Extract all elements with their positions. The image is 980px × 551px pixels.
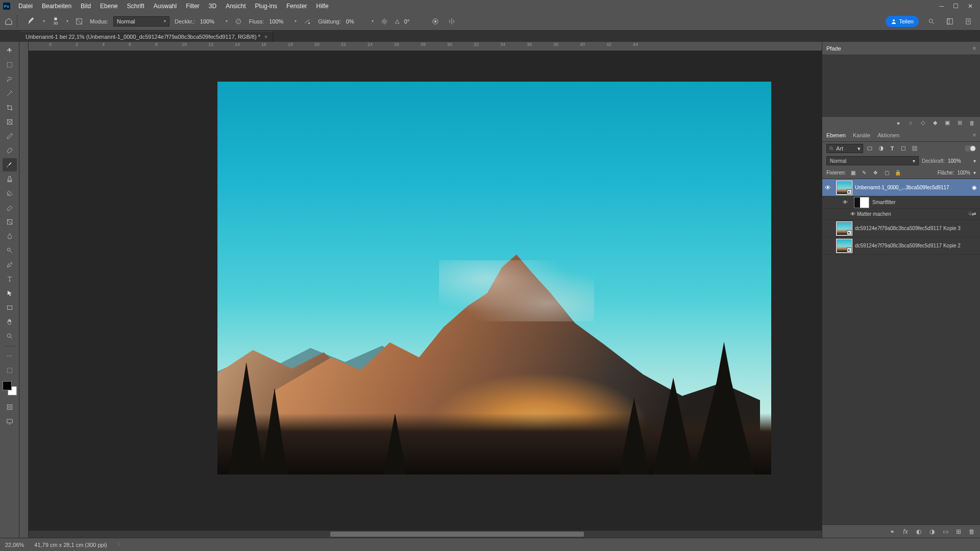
tool-preset-icon[interactable]	[24, 15, 38, 28]
history-brush-tool[interactable]	[3, 187, 17, 200]
tab-layers[interactable]: Ebenen	[826, 132, 846, 138]
smartfilter-item[interactable]: 👁 Matter machen ☟ ⇄	[822, 209, 980, 220]
heal-tool[interactable]	[3, 144, 17, 157]
close-icon[interactable]: ✕	[968, 3, 973, 10]
layer-filter-search[interactable]: Art ▾	[826, 144, 863, 153]
menu-schrift[interactable]: Schrift	[123, 1, 149, 11]
opacity-value[interactable]: 100%	[200, 18, 220, 24]
home-button[interactable]	[4, 15, 17, 28]
share-button[interactable]: Teilen	[886, 16, 919, 27]
move-tool[interactable]	[3, 44, 17, 57]
type-tool[interactable]	[3, 272, 17, 286]
layer-fx-icon[interactable]: fx	[901, 528, 910, 536]
visibility-eye-icon[interactable]: 👁	[849, 211, 857, 217]
rectangle-tool[interactable]	[3, 301, 17, 314]
adjustment-layer-icon[interactable]: ◑	[928, 528, 936, 536]
pressure-size-icon[interactable]	[430, 16, 441, 27]
flow-value[interactable]: 100%	[269, 18, 289, 24]
panel-flyout-icon[interactable]: ≡	[973, 45, 976, 51]
filter-options-icon[interactable]: ⇄	[972, 211, 980, 217]
filter-pixel-icon[interactable]	[865, 144, 874, 153]
lock-transparency-icon[interactable]: ▦	[849, 168, 857, 177]
chevron-down-icon[interactable]: ▾	[295, 19, 297, 23]
marquee-tool[interactable]	[3, 58, 17, 71]
filter-mask-thumbnail[interactable]	[854, 197, 869, 208]
layer-row[interactable]: ▸ dc59124e7f79a08c3bca509fec5d9117 Kopie…	[822, 237, 980, 255]
status-arrow-icon[interactable]: 〉	[117, 541, 122, 548]
edit-toolbar-icon[interactable]	[3, 364, 17, 377]
fill-value[interactable]: 100%	[957, 170, 970, 176]
delete-layer-icon[interactable]: 🗑	[968, 528, 976, 536]
symmetry-icon[interactable]	[446, 16, 457, 27]
angle-value[interactable]: 0°	[404, 18, 425, 24]
layer-thumbnail[interactable]: ▸	[837, 222, 852, 235]
airbrush-icon[interactable]	[302, 16, 313, 27]
stroke-path-icon[interactable]: ○	[906, 119, 915, 127]
search-icon[interactable]	[926, 16, 937, 27]
lock-artboard-icon[interactable]: ▢	[883, 168, 891, 177]
minimize-icon[interactable]: ─	[939, 3, 944, 10]
path-to-selection-icon[interactable]: ◆	[931, 119, 939, 127]
lasso-tool[interactable]	[3, 72, 17, 86]
filter-adjust-icon[interactable]	[876, 144, 886, 153]
eyedropper-tool[interactable]	[3, 130, 17, 143]
menu-hilfe[interactable]: Hilfe	[312, 1, 333, 11]
menu-plugins[interactable]: Plug-ins	[251, 1, 281, 11]
panel-flyout-icon[interactable]: ≡	[973, 132, 976, 138]
wand-tool[interactable]	[3, 87, 17, 100]
tab-actions[interactable]: Aktionen	[877, 132, 899, 138]
layer-thumbnail[interactable]: ▸	[837, 239, 852, 253]
delete-path-icon[interactable]: 🗑	[968, 119, 976, 127]
new-path-icon[interactable]: ⊞	[955, 119, 964, 127]
chevron-down-icon[interactable]: ▾	[372, 19, 374, 23]
visibility-eye-icon[interactable]: 👁	[822, 184, 834, 191]
smoothing-value[interactable]: 0%	[346, 18, 366, 24]
pressure-opacity-icon[interactable]	[233, 16, 244, 27]
screenmode-icon[interactable]	[3, 415, 17, 428]
fg-color-swatch[interactable]	[3, 381, 12, 390]
fill-path-icon[interactable]: ●	[894, 119, 902, 127]
quickmask-icon[interactable]	[3, 400, 17, 414]
zoom-level[interactable]: 22,06%	[5, 542, 24, 548]
blend-mode-dropdown[interactable]: Normal▾	[826, 156, 919, 165]
filter-toggle[interactable]	[965, 145, 976, 152]
zoom-tool[interactable]	[3, 330, 17, 343]
chevron-down-icon[interactable]: ▾	[226, 19, 228, 23]
close-tab-icon[interactable]: ×	[264, 34, 267, 40]
lock-position-icon[interactable]: ✥	[871, 168, 879, 177]
menu-ansicht[interactable]: Ansicht	[222, 1, 250, 11]
color-swatches[interactable]	[3, 381, 17, 395]
mask-path-icon[interactable]: ▣	[943, 119, 951, 127]
smartfilter-row[interactable]: 👁 Smartfilter	[822, 196, 980, 209]
more-tools-icon[interactable]: ⋯	[3, 349, 17, 363]
export-icon[interactable]	[963, 16, 974, 27]
menu-bearbeiten[interactable]: Bearbeiten	[38, 1, 76, 11]
crop-tool[interactable]	[3, 101, 17, 114]
menu-datei[interactable]: Datei	[14, 1, 37, 11]
document-dimensions[interactable]: 41,79 cm x 28,1 cm (300 ppi)	[34, 542, 107, 548]
smoothing-gear-icon[interactable]	[379, 16, 390, 27]
menu-ebene[interactable]: Ebene	[96, 1, 122, 11]
link-layers-icon[interactable]: ⚭	[888, 528, 896, 536]
layer-row[interactable]: ▸ dc59124e7f79a08c3bca509fec5d9117 Kopie…	[822, 220, 980, 237]
menu-auswahl[interactable]: Auswahl	[150, 1, 181, 11]
dodge-tool[interactable]	[3, 244, 17, 257]
menu-fenster[interactable]: Fenster	[282, 1, 311, 11]
selection-path-icon[interactable]: ◇	[919, 119, 927, 127]
layer-name[interactable]: dc59124e7f79a08c3bca509fec5d9117 Kopie 2	[855, 243, 980, 248]
tab-channels[interactable]: Kanäle	[853, 132, 870, 138]
brush-tool[interactable]	[3, 158, 17, 171]
lock-pixels-icon[interactable]: ✎	[860, 168, 868, 177]
filter-name[interactable]: Matter machen	[857, 211, 965, 217]
chevron-down-icon[interactable]: ▾	[66, 19, 68, 23]
horizontal-scrollbar[interactable]	[29, 531, 822, 538]
brush-preview[interactable]: 30	[50, 16, 61, 27]
layer-row[interactable]: 👁 ▸ Unbenannt-1_0000_...3bca509fec5d9117…	[822, 179, 980, 196]
blur-tool[interactable]	[3, 230, 17, 243]
layer-opacity-value[interactable]: 100%	[948, 158, 970, 164]
eraser-tool[interactable]	[3, 201, 17, 214]
layer-thumbnail[interactable]: ▸	[837, 181, 852, 194]
document-tab[interactable]: Unbenannt-1 bei 22,1% (Unbenannt-1_0000_…	[20, 31, 273, 42]
new-layer-icon[interactable]: ⊞	[954, 528, 963, 536]
new-group-icon[interactable]: ▭	[941, 528, 949, 536]
